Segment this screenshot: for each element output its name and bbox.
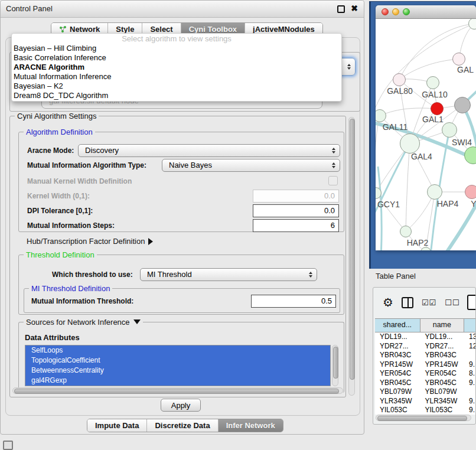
attribute-list-item[interactable]: TopologicalCoefficient <box>25 356 330 366</box>
table-cell[interactable]: YIL053C <box>420 406 465 415</box>
table-row[interactable]: YDR27...YDR27...12 <box>375 342 476 351</box>
table-row[interactable]: YBR045CYBR045C9. <box>375 379 476 388</box>
table-cell[interactable]: YBR043C <box>420 351 465 360</box>
table-row[interactable]: YBR043CYBR043C <box>375 351 476 360</box>
float-panel-icon[interactable] <box>337 5 345 13</box>
table-row[interactable]: YPR145WYPR145W9. <box>375 360 476 370</box>
attribute-list-item[interactable]: SelfLoops <box>25 345 330 356</box>
restore-panel-icon[interactable] <box>3 441 13 450</box>
scrollbar-thumb[interactable] <box>14 389 339 394</box>
sources-group: Sources for Network Inference Data Attri… <box>18 322 344 393</box>
table-row[interactable]: YIL053CYIL053C9. <box>375 406 476 415</box>
settings-vertical-scrollbar[interactable] <box>348 117 355 396</box>
table-cell[interactable] <box>464 351 476 360</box>
tab-discretize-data[interactable]: Discretize Data <box>147 419 218 432</box>
network-node-hap2[interactable] <box>400 226 412 237</box>
close-panel-icon[interactable]: ✖ <box>351 4 358 13</box>
table-cell[interactable]: YBR045C <box>375 379 420 388</box>
table-row[interactable]: YBL079WYBL079W <box>375 387 476 397</box>
table-cell[interactable]: YPR145W <box>375 360 420 370</box>
table-cell[interactable] <box>464 387 476 397</box>
table-cell[interactable]: 9. <box>464 406 476 415</box>
dpi-tolerance-field[interactable]: 0.0 <box>253 204 339 217</box>
attributes-vertical-scrollbar[interactable] <box>332 345 338 386</box>
deselect-all-checkboxes-icon[interactable]: ☐☐ <box>445 298 459 307</box>
network-node-gal[interactable] <box>452 53 465 66</box>
algorithm-option[interactable]: Mutual Information Inference <box>12 72 341 81</box>
aracne-mode-combo[interactable]: Discovery <box>78 144 340 157</box>
settings-horizontal-scrollbar[interactable] <box>12 387 343 394</box>
node-label: GAL4 <box>411 152 432 161</box>
manual-kernel-width-checkbox[interactable] <box>328 176 338 185</box>
network-canvas[interactable]: GALGAL80GAL10GAL1GAL11SWI4GAL4GCY1HAP4YH… <box>376 19 476 250</box>
network-node-gal10[interactable] <box>426 76 439 89</box>
algorithm-option[interactable]: ARACNE Algorithm <box>12 63 341 72</box>
table-cell[interactable]: YER054C <box>375 369 420 379</box>
attribute-list-item[interactable]: gal4RGexp <box>25 376 330 386</box>
column-header-third[interactable]: A <box>464 319 476 332</box>
new-table-icon[interactable] <box>467 295 476 310</box>
scrollbar-thumb[interactable] <box>377 416 467 421</box>
table-cell[interactable]: 13 <box>464 332 476 342</box>
mi-algorithm-type-combo[interactable]: Naive Bayes <box>162 159 340 172</box>
table-horizontal-scrollbar[interactable] <box>376 415 471 421</box>
table-panel-title: Table Panel <box>376 272 416 281</box>
mi-steps-field[interactable]: 6 <box>253 219 339 232</box>
table-cell[interactable]: YLR345W <box>420 397 465 406</box>
tab-infer-network[interactable]: Infer Network <box>219 419 283 432</box>
sources-title[interactable]: Sources for Network Inference <box>24 318 143 327</box>
zoom-window-icon[interactable] <box>403 8 410 15</box>
table-row[interactable]: YER054CYER054C8. <box>375 369 476 379</box>
table-cell[interactable]: YPR145W <box>420 360 465 370</box>
expand-arrow-icon <box>148 238 153 245</box>
network-node[interactable] <box>454 97 471 113</box>
table-cell[interactable]: YBR045C <box>420 379 465 388</box>
network-node-gal1[interactable] <box>442 122 457 138</box>
minimize-window-icon[interactable] <box>392 8 399 15</box>
network-window-titlebar[interactable] <box>376 5 476 19</box>
table-cell[interactable]: YIL053C <box>375 406 420 415</box>
mi-threshold-field[interactable]: 0.5 <box>251 295 336 308</box>
algorithm-option[interactable]: Dream8 DC_TDC Algorithm <box>12 91 341 100</box>
split-columns-icon[interactable] <box>402 297 413 308</box>
table-row[interactable]: YLR345WYLR345W9. <box>375 397 476 406</box>
scrollbar-thumb[interactable] <box>350 119 355 380</box>
scrollbar-thumb[interactable] <box>333 347 338 379</box>
algorithm-option[interactable]: Bayesian – Hill Climbing <box>12 44 341 53</box>
network-node-hap4[interactable] <box>427 184 442 200</box>
table-row[interactable]: YDL19...YDL19...13 <box>375 332 476 342</box>
column-header-shared-name[interactable]: shared... <box>375 319 420 332</box>
select-all-checkboxes-icon[interactable]: ☑☑ <box>422 298 436 307</box>
table-cell[interactable]: YBL079W <box>375 387 420 397</box>
node-label: HAP4 <box>437 199 459 208</box>
table-cell[interactable]: 8. <box>464 369 476 379</box>
table-cell[interactable]: YBR043C <box>375 351 420 360</box>
table-cell[interactable]: YLR345W <box>375 397 420 406</box>
table-cell[interactable]: YDL19... <box>375 332 420 342</box>
algorithm-option[interactable]: Basic Correlation Inference <box>12 53 341 63</box>
table-cell[interactable]: YDL19... <box>420 332 465 342</box>
which-threshold-combo[interactable]: MI Threshold <box>140 268 317 281</box>
close-window-icon[interactable] <box>382 8 389 15</box>
algorithm-option[interactable]: Bayesian – K2 <box>12 81 341 91</box>
table-cell[interactable]: 9. <box>464 360 476 370</box>
tab-impute-data[interactable]: Impute Data <box>87 419 147 432</box>
kernel-width-field[interactable]: 0.0 <box>253 190 339 203</box>
table-cell[interactable]: 9. <box>464 379 476 388</box>
table-cell[interactable]: 9. <box>464 397 476 406</box>
hub-definition-toggle[interactable]: Hub/Transcription Factor Definition <box>27 237 153 246</box>
network-node[interactable] <box>431 102 444 115</box>
table-cell[interactable]: YER054C <box>420 369 465 379</box>
network-node-gal4[interactable] <box>400 133 420 154</box>
node-label: GAL10 <box>422 90 448 99</box>
table-cell[interactable]: YDR27... <box>375 342 420 351</box>
network-node-gal80[interactable] <box>393 73 406 86</box>
column-header-name[interactable]: name <box>420 319 465 332</box>
apply-button[interactable]: Apply <box>161 399 201 412</box>
attribute-list-item[interactable]: BetweennessCentrality <box>25 366 330 376</box>
gear-icon[interactable]: ⚙ <box>383 296 393 308</box>
table-cell[interactable]: YDR27... <box>420 342 465 351</box>
table-cell[interactable]: YBL079W <box>420 387 465 397</box>
network-node-y[interactable] <box>465 185 476 199</box>
table-cell[interactable]: 12 <box>464 342 476 351</box>
